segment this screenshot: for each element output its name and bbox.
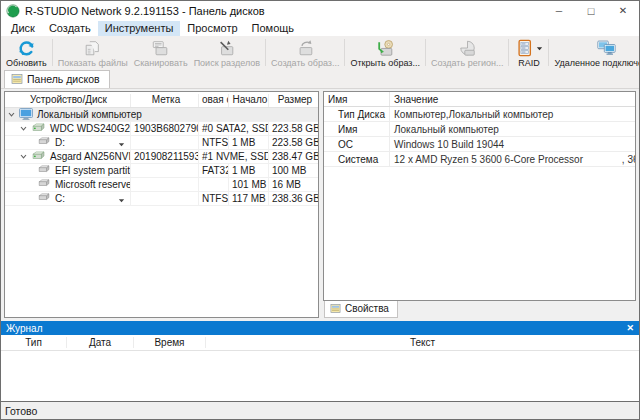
column-header-name[interactable]: Имя (324, 92, 390, 106)
property-value: Компьютер,Локальный компьютер (390, 109, 635, 120)
property-row[interactable]: Тип Диска Компьютер,Локальный компьютер (324, 107, 635, 122)
toolbar-separator (508, 39, 509, 66)
chevron-expanded-icon[interactable] (7, 110, 16, 119)
cell-size: 223.58 GB (269, 136, 318, 149)
table-row-partition[interactable]: Microsoft reserved ... 101 MB 16 MB (5, 178, 318, 192)
cell-filesystem: FAT32 (199, 164, 229, 177)
column-header-label[interactable]: Метка (131, 94, 199, 107)
device-name: Локальный компьютер (37, 109, 142, 120)
scan-icon (151, 38, 171, 57)
window-title: R-STUDIO Network 9.2.191153 - Панель дис… (25, 5, 543, 17)
partition-icon (37, 165, 51, 176)
scan-button[interactable]: Сканировать (131, 37, 191, 68)
column-header-value[interactable]: Значение (390, 94, 635, 105)
disk-tree-panel: Устройство/Диск Метка овая си Начало Раз… (4, 91, 319, 318)
app-logo-icon (6, 4, 20, 18)
tabstrip: Панель дисков (1, 68, 639, 89)
column-header-size[interactable]: Размер (269, 94, 318, 107)
cell-label (131, 178, 199, 191)
table-row-drive[interactable]: Asgard AN256NVMe-M... 201908211593 #1 NV… (5, 150, 318, 164)
menu-disk[interactable]: Диск (4, 21, 42, 36)
cell-filesystem: NTFS (199, 192, 229, 205)
cell-size: 238.47 GB (269, 150, 318, 163)
partition-icon (37, 137, 51, 148)
menu-create[interactable]: Создать (42, 21, 98, 36)
toolbar-separator (548, 39, 549, 66)
log-column-date[interactable]: Дата (67, 337, 134, 348)
close-icon[interactable]: ✕ (626, 323, 634, 333)
device-name: D: (55, 137, 65, 148)
table-row-computer[interactable]: Локальный компьютер (5, 108, 318, 122)
maximize-icon[interactable]: □ (575, 1, 607, 20)
column-header-filesystem[interactable]: овая си (199, 94, 229, 107)
cell-interface: #1 NVME, SSD (199, 150, 269, 163)
menu-tools[interactable]: Инструменты (98, 21, 181, 36)
create-image-button[interactable]: Создать образ... (268, 37, 342, 68)
table-row-partition[interactable]: EFI system partition FAT32 1 MB 100 MB (5, 164, 318, 178)
cell-label (131, 192, 199, 205)
device-name: Asgard AN256NVMe-M... (50, 151, 131, 162)
open-image-button[interactable]: Открыть образ... (347, 37, 423, 68)
cell-start: 1 MB (229, 136, 269, 149)
log-table-header: Тип Дата Время Текст (1, 335, 639, 351)
chevron-down-icon[interactable] (536, 42, 543, 54)
properties-tabrow: Свойства (323, 301, 636, 318)
menubar: Диск Создать Инструменты Просмотр Помощь (1, 20, 639, 36)
cell-filesystem: NTFS (199, 136, 229, 149)
tab-label: Свойства (345, 303, 389, 314)
property-value: 12 x AMD Ryzen 5 3600 6-Core Processor ,… (390, 154, 635, 165)
menu-help[interactable]: Помощь (245, 21, 302, 36)
properties-panel: Имя Значение Тип Диска Компьютер,Локальн… (323, 91, 636, 301)
close-icon[interactable]: ✕ (607, 1, 639, 20)
cell-filesystem (199, 178, 229, 191)
drive-icon (31, 123, 46, 135)
toolbar-separator (265, 39, 266, 66)
table-row-partition[interactable]: C: NTFS 117 MB 238.36 GB (5, 192, 318, 206)
device-name: EFI system partition (55, 165, 131, 176)
property-row[interactable]: Имя Локальный компьютер (324, 122, 635, 137)
toolbar-separator (52, 39, 53, 66)
app-window: R-STUDIO Network 9.2.191153 - Панель дис… (0, 0, 640, 420)
tab-device-panel[interactable]: Панель дисков (4, 70, 110, 88)
create-image-icon (295, 38, 315, 57)
chevron-expanded-icon[interactable] (19, 124, 28, 133)
minimize-icon[interactable]: ─ (543, 1, 575, 20)
cell-label: 1903B6802790 (131, 122, 199, 135)
find-partitions-icon (217, 38, 237, 57)
tab-properties[interactable]: Свойства (324, 301, 398, 318)
refresh-button[interactable]: Обновить (3, 37, 50, 68)
cell-size: 16 MB (269, 178, 318, 191)
remote-connection-button[interactable]: Удаленное подключение (551, 37, 640, 68)
cell-start: 101 MB (229, 178, 269, 191)
find-partitions-button[interactable]: Поиск разделов (191, 37, 263, 68)
property-name: Тип Диска (324, 107, 390, 121)
log-column-text[interactable]: Текст (206, 337, 639, 348)
device-panel-icon (11, 73, 23, 85)
cell-start: 117 MB (229, 192, 269, 205)
column-header-start[interactable]: Начало (229, 94, 269, 107)
log-column-time[interactable]: Время (134, 337, 206, 348)
chevron-expanded-icon[interactable] (19, 152, 28, 161)
properties-header: Имя Значение (324, 92, 635, 107)
log-body (1, 351, 639, 401)
table-row-partition[interactable]: D: NTFS 1 MB 223.58 GB (5, 136, 318, 150)
menu-view[interactable]: Просмотр (180, 21, 244, 36)
property-name: ОС (324, 137, 390, 151)
property-row[interactable]: Система 12 x AMD Ryzen 5 3600 6-Core Pro… (324, 152, 635, 167)
toolbar: Обновить Показать файлы Сканировать Поис… (1, 36, 639, 68)
raid-button[interactable]: RAID (511, 37, 546, 68)
dropdown-icon[interactable] (118, 139, 125, 146)
cell-size: 100 MB (269, 164, 318, 177)
create-region-button[interactable]: Создать регион... (428, 37, 507, 68)
table-row-drive[interactable]: WDC WDS240G2G0A-00J... 1903B6802790 #0 S… (5, 122, 318, 136)
show-files-button[interactable]: Показать файлы (55, 37, 131, 68)
create-region-icon (457, 38, 477, 57)
partition-icon (37, 179, 51, 190)
refresh-icon (16, 38, 36, 57)
status-text: Готово (5, 405, 37, 417)
log-column-type[interactable]: Тип (1, 337, 67, 348)
statusbar: Готово (1, 401, 639, 419)
dropdown-icon[interactable] (118, 195, 125, 202)
device-name: Microsoft reserved ... (55, 179, 131, 190)
property-row[interactable]: ОС Windows 10 Build 19044 (324, 137, 635, 152)
